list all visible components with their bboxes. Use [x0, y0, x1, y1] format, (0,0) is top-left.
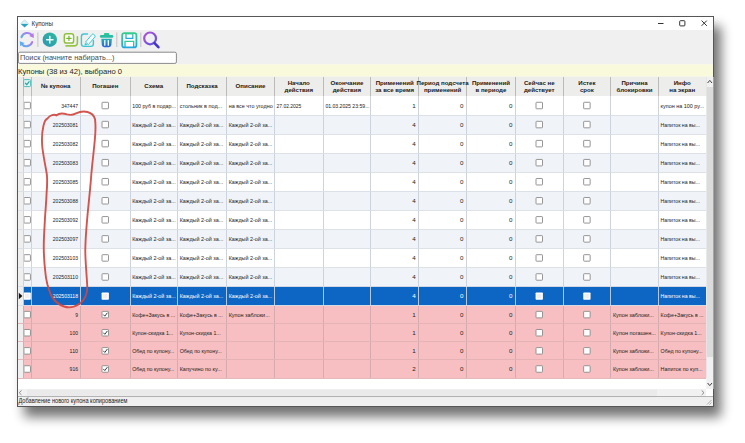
- svg-text:Каждый 2-ой за...: Каждый 2-ой за...: [132, 254, 176, 261]
- svg-text:0: 0: [460, 235, 464, 242]
- svg-text:Напиток на вы...: Напиток на вы...: [661, 292, 701, 299]
- svg-text:0: 0: [509, 121, 513, 128]
- svg-text:0: 0: [460, 159, 464, 166]
- svg-text:стольник в под...: стольник в под...: [180, 102, 223, 109]
- svg-text:Каждый 2-ой за...: Каждый 2-ой за...: [180, 121, 224, 128]
- svg-text:4: 4: [412, 273, 416, 280]
- svg-text:Подсказка: Подсказка: [186, 82, 218, 89]
- svg-text:Каждый 2-ой за...: Каждый 2-ой за...: [229, 178, 273, 185]
- svg-text:Купоны: Купоны: [32, 20, 54, 28]
- svg-text:Каждый 2-ой за...: Каждый 2-ой за...: [180, 197, 224, 204]
- svg-text:9: 9: [75, 311, 78, 318]
- svg-text:Каждый 2-ой за...: Каждый 2-ой за...: [229, 216, 273, 223]
- svg-text:202503097: 202503097: [53, 235, 79, 242]
- svg-text:4: 4: [412, 178, 416, 185]
- svg-text:Каждый 2-ой за...: Каждый 2-ой за...: [132, 178, 176, 185]
- svg-text:Купон заблоки...: Купон заблоки...: [613, 365, 654, 372]
- svg-text:Купон-скидка 1...: Купон-скидка 1...: [132, 329, 173, 336]
- svg-text:Период подсчета: Период подсчета: [417, 79, 470, 86]
- svg-text:202503082: 202503082: [53, 140, 79, 147]
- svg-text:за все время: за все время: [375, 86, 414, 93]
- svg-text:0: 0: [460, 329, 464, 336]
- svg-text:202503103: 202503103: [53, 254, 79, 261]
- svg-text:Купон заблоки...: Купон заблоки...: [229, 311, 270, 318]
- svg-text:Каждый 2-ой за...: Каждый 2-ой за...: [180, 254, 224, 261]
- svg-text:100 руб в подар...: 100 руб в подар...: [132, 102, 176, 109]
- svg-text:Напиток на вы...: Напиток на вы...: [661, 254, 701, 261]
- svg-text:действия: действия: [333, 86, 362, 93]
- svg-text:Каждый 2-ой за...: Каждый 2-ой за...: [180, 178, 224, 185]
- svg-text:Каждый 2-ой за...: Каждый 2-ой за...: [180, 216, 224, 223]
- svg-text:4: 4: [412, 292, 416, 299]
- svg-text:0: 0: [460, 365, 464, 372]
- svg-text:0: 0: [460, 311, 464, 318]
- svg-text:202503088: 202503088: [53, 197, 79, 204]
- svg-text:0: 0: [460, 140, 464, 147]
- svg-text:0: 0: [460, 254, 464, 261]
- svg-text:Каждый 2-ой за...: Каждый 2-ой за...: [229, 159, 273, 166]
- svg-text:Каждый 2-ой за...: Каждый 2-ой за...: [180, 292, 224, 299]
- svg-text:0: 0: [460, 178, 464, 185]
- svg-text:Кофе+Закусь в ...: Кофе+Закусь в ...: [180, 311, 223, 318]
- svg-text:Каждый 2-ой за...: Каждый 2-ой за...: [180, 140, 224, 147]
- svg-text:Каждый 2-ой за...: Каждый 2-ой за...: [132, 292, 176, 299]
- svg-text:Напиток на вы...: Напиток на вы...: [661, 140, 701, 147]
- svg-text:применений: применений: [424, 86, 462, 93]
- svg-text:202503118: 202503118: [53, 292, 79, 299]
- svg-text:4: 4: [412, 159, 416, 166]
- svg-text:действует: действует: [524, 86, 555, 93]
- svg-text:Обед по купону...: Обед по купону...: [661, 347, 703, 354]
- svg-text:Каждый 2-ой за...: Каждый 2-ой за...: [229, 140, 273, 147]
- svg-text:27.02.2025: 27.02.2025: [277, 102, 302, 109]
- svg-text:0: 0: [509, 311, 513, 318]
- svg-text:Каждый 2-ой за...: Каждый 2-ой за...: [180, 159, 224, 166]
- svg-text:Каждый 2-ой за...: Каждый 2-ой за...: [132, 197, 176, 204]
- svg-text:4: 4: [412, 121, 416, 128]
- svg-text:Кофе+Закусь в ...: Кофе+Закусь в ...: [661, 311, 704, 318]
- svg-text:на экран: на экран: [669, 86, 695, 93]
- svg-text:Купон-скидка 1...: Купон-скидка 1...: [661, 329, 702, 336]
- svg-text:Каждый 2-ой за...: Каждый 2-ой за...: [180, 235, 224, 242]
- svg-text:Каждый 2-ой за...: Каждый 2-ой за...: [229, 121, 273, 128]
- svg-text:Каждый 2-ой за...: Каждый 2-ой за...: [229, 254, 273, 261]
- svg-text:916: 916: [70, 365, 79, 372]
- svg-text:действия: действия: [285, 86, 314, 93]
- svg-text:Причина: Причина: [621, 79, 648, 86]
- svg-text:Инфо: Инфо: [674, 79, 691, 86]
- svg-text:блокировки: блокировки: [617, 86, 653, 93]
- svg-text:0: 0: [509, 140, 513, 147]
- svg-text:0: 0: [460, 102, 464, 109]
- svg-text:202503081: 202503081: [53, 121, 79, 128]
- svg-text:Обед по купону...: Обед по купону...: [132, 347, 174, 354]
- svg-text:0: 0: [509, 235, 513, 242]
- svg-text:Применений: Применений: [376, 79, 414, 86]
- svg-text:0: 0: [460, 273, 464, 280]
- svg-text:0: 0: [509, 159, 513, 166]
- svg-text:Каждый 2-ой за...: Каждый 2-ой за...: [132, 140, 176, 147]
- svg-text:Истек: Истек: [578, 79, 596, 86]
- svg-text:0: 0: [509, 254, 513, 261]
- svg-text:0: 0: [460, 216, 464, 223]
- svg-text:Купон погашен...: Купон погашен...: [613, 329, 656, 336]
- svg-text:Каждый 2-ой за...: Каждый 2-ой за...: [132, 216, 176, 223]
- svg-text:0: 0: [460, 121, 464, 128]
- svg-text:Напиток на вы...: Напиток на вы...: [661, 235, 701, 242]
- svg-text:Купон заблоки...: Купон заблоки...: [613, 347, 654, 354]
- svg-text:Напиток на вы...: Напиток на вы...: [661, 159, 701, 166]
- svg-text:202503085: 202503085: [53, 178, 79, 185]
- svg-text:Обед по купону...: Обед по купону...: [132, 365, 174, 372]
- svg-text:0: 0: [509, 102, 513, 109]
- svg-text:Схема: Схема: [144, 82, 163, 89]
- svg-text:Напиток на вы...: Напиток на вы...: [661, 178, 701, 185]
- svg-text:Каждый 2-ой за...: Каждый 2-ой за...: [229, 273, 273, 280]
- svg-text:Поиск (начните набирать...): Поиск (начните набирать...): [20, 54, 114, 62]
- svg-text:Применений: Применений: [472, 79, 510, 86]
- svg-text:Напиток на вы...: Напиток на вы...: [661, 216, 701, 223]
- svg-text:1: 1: [412, 102, 416, 109]
- svg-text:4: 4: [412, 140, 416, 147]
- svg-text:Каждый 2-ой за...: Каждый 2-ой за...: [132, 159, 176, 166]
- svg-text:Напиток на вы...: Напиток на вы...: [661, 197, 701, 204]
- svg-text:1: 1: [412, 311, 416, 318]
- svg-text:Каждый 2-ой за...: Каждый 2-ой за...: [132, 273, 176, 280]
- svg-text:4: 4: [412, 216, 416, 223]
